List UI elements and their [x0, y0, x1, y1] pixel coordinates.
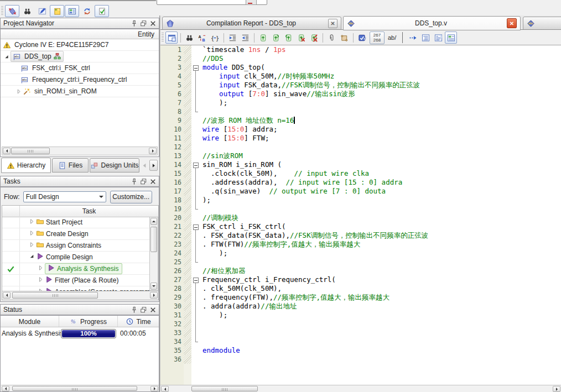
code-line-15[interactable]: 15 .clock(clk_50M), // input wire clka — [160, 169, 561, 178]
tab-compilation-report[interactable]: Compilation Report - DDS_top✕ — [162, 17, 341, 30]
code-line-14[interactable]: 14sin_ROM i_sin_ROM ( — [160, 160, 561, 169]
fold-margin[interactable] — [191, 249, 200, 258]
code-line-4[interactable]: 4 input clk_50M,//时钟频率50MHz — [160, 72, 561, 81]
fold-margin[interactable] — [191, 213, 200, 222]
match-brace-button[interactable]: {} — [209, 32, 221, 44]
find-window-button[interactable] — [20, 5, 34, 17]
view-mode-2-button[interactable] — [432, 32, 444, 44]
scroll-up-button[interactable] — [150, 218, 157, 225]
navigator-horizontal-scrollbar[interactable] — [2, 147, 158, 155]
fold-margin[interactable] — [191, 293, 200, 302]
scroll-right-button[interactable] — [150, 386, 158, 391]
fold-margin[interactable] — [191, 240, 200, 249]
fold-margin[interactable] — [191, 169, 200, 178]
analyze-current-file-button[interactable] — [356, 32, 368, 44]
code-line-25[interactable]: 25 — [160, 258, 561, 266]
fold-margin[interactable] — [191, 45, 200, 54]
view-mode-3-button[interactable] — [445, 32, 457, 44]
code-line-11[interactable]: 11wire [15:0] FTW; — [160, 134, 561, 143]
code-line-33[interactable]: 33 — [160, 328, 561, 337]
fold-margin[interactable] — [191, 178, 200, 187]
goto-line-button[interactable] — [407, 32, 419, 44]
fold-margin[interactable] — [191, 311, 200, 320]
fold-margin[interactable] — [191, 125, 200, 134]
code-line-6[interactable]: 6 output [7:0] sin_wave//输出sin波形 — [160, 90, 561, 98]
code-line-36[interactable]: 36 — [160, 355, 561, 364]
fold-margin[interactable] — [191, 222, 200, 231]
code-line-26[interactable]: 26//相位累加器 — [160, 266, 561, 275]
status-float-button[interactable] — [139, 306, 148, 314]
refresh-button[interactable] — [80, 5, 94, 17]
code-line-3[interactable]: 3module DDS_top( — [160, 63, 561, 72]
scroll-thumb[interactable] — [191, 386, 258, 391]
code-editor[interactable]: 1`timescale 1ns / 1ps2//DDS3module DDS_t… — [160, 45, 561, 385]
code-line-1[interactable]: 1`timescale 1ns / 1ps — [160, 45, 561, 54]
tab-scroll-left-button[interactable] — [141, 160, 149, 171]
code-line-18[interactable]: 18); — [160, 196, 561, 205]
fold-margin[interactable] — [191, 63, 200, 72]
delete-bookmark-button[interactable] — [295, 32, 307, 44]
task-column-header[interactable]: Task — [20, 206, 158, 217]
tasks-float-button[interactable] — [139, 177, 148, 186]
scroll-down-button[interactable] — [150, 283, 157, 290]
scroll-left-button[interactable] — [161, 386, 169, 392]
tree-item-sin-rom[interactable]: sin_ROM:i_sin_ROM — [1, 86, 159, 97]
fold-margin[interactable] — [191, 143, 200, 151]
code-line-21[interactable]: 21FSK_ctrl i_FSK_ctrl( — [160, 222, 561, 231]
delete-all-bookmarks-button[interactable] — [308, 32, 320, 44]
fold-margin[interactable] — [191, 320, 200, 328]
scroll-right-button[interactable] — [553, 386, 560, 392]
tab-partial[interactable]: abc — [523, 17, 561, 30]
toolbar-grip[interactable] — [162, 33, 164, 43]
code-line-17[interactable]: 17 .q(sin_wave) // output wire [7 : 0] d… — [160, 187, 561, 196]
code-line-31[interactable]: 31 ); — [160, 311, 561, 320]
module-column-header[interactable]: Module — [1, 316, 59, 327]
scroll-left-button[interactable] — [3, 148, 11, 154]
status-horizontal-scrollbar[interactable] — [1, 385, 159, 391]
tab-scroll-right-button[interactable] — [149, 160, 158, 171]
code-line-35[interactable]: 35endmodule — [160, 346, 561, 355]
fold-margin[interactable] — [191, 302, 200, 311]
fold-margin[interactable] — [191, 72, 200, 81]
code-line-12[interactable]: 12 — [160, 143, 561, 151]
comment-button[interactable]: ab/ — [388, 34, 396, 41]
code-line-8[interactable]: 8 — [160, 107, 561, 116]
task-fitter[interactable]: Fitter (Place & Route) — [2, 275, 149, 286]
task-compile-design[interactable]: Compile Design — [2, 252, 149, 263]
toolbar-grip[interactable] — [1, 6, 3, 16]
fold-margin[interactable] — [191, 98, 200, 107]
tab-files[interactable]: Files — [52, 158, 89, 173]
task-start-project[interactable]: Start Project — [2, 217, 149, 228]
tab-hierarchy[interactable]: Hierarchy — [1, 158, 51, 173]
code-line-22[interactable]: 22. FSK_data(FSK_data),//FSK调制信号，控制输出不同频… — [160, 231, 561, 240]
find-button[interactable] — [183, 32, 195, 44]
fold-margin[interactable] — [191, 346, 200, 355]
task-create-design[interactable]: Create Design — [2, 228, 149, 240]
task-assign-constraints[interactable]: Assign Constraints — [2, 240, 149, 252]
view-mode-1-button[interactable] — [419, 32, 432, 44]
fold-margin[interactable] — [191, 187, 200, 196]
tab-design-units[interactable]: Design Units — [90, 158, 139, 173]
scroll-right-button[interactable] — [150, 292, 158, 299]
attachment-button[interactable] — [325, 32, 337, 44]
scroll-thumb[interactable] — [11, 148, 50, 154]
fold-margin[interactable] — [191, 134, 200, 143]
fold-margin[interactable] — [191, 355, 200, 364]
fold-margin[interactable] — [191, 205, 200, 213]
tasks-close-button[interactable] — [149, 177, 157, 186]
fold-margin[interactable] — [191, 54, 200, 63]
code-line-32[interactable]: 32 — [160, 320, 561, 328]
code-line-34[interactable]: 34 — [160, 337, 561, 346]
scroll-thumb[interactable] — [150, 227, 157, 252]
code-line-28[interactable]: 28. clk_50M(clk_50M), — [160, 284, 561, 293]
notes-window-toggle-button[interactable] — [50, 5, 64, 17]
tree-item-frequency-ctrl[interactable]: abcFrequency_ctrl:i_Frequency_ctrl — [1, 74, 159, 86]
code-line-5[interactable]: 5 input FSK_data,//FSK调制信号，控制输出不同频率的正弦波 — [160, 81, 561, 90]
progress-column-header[interactable]: % Progress — [59, 316, 118, 327]
task-assembler[interactable]: Assembler (Generate programming — [2, 286, 149, 291]
code-line-29[interactable]: 29. frequency(FTW),//频率控制字,值越大，输出频率越大 — [160, 293, 561, 302]
code-line-7[interactable]: 7 ); — [160, 98, 561, 107]
tree-item-device[interactable]: Cyclone IV E: EP4CE115F29C7 — [1, 39, 159, 51]
code-line-13[interactable]: 13//sin波ROM — [160, 151, 561, 160]
fold-margin[interactable] — [191, 81, 200, 90]
